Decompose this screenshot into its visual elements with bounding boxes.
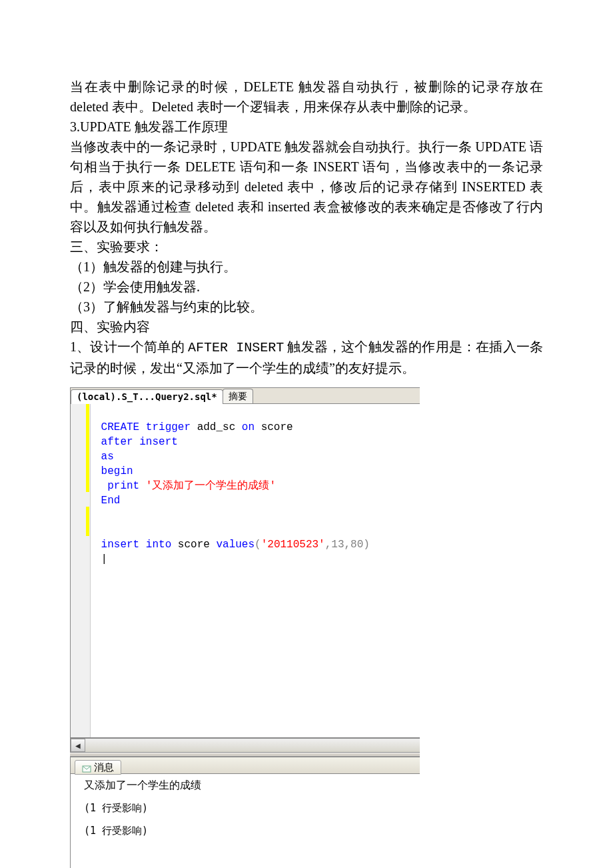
code-line: End xyxy=(95,495,120,507)
message-output: 又添加了一个学生的成绩 xyxy=(84,777,416,794)
paren: ) xyxy=(363,539,370,551)
messages-icon xyxy=(82,763,91,772)
document-body: 当在表中删除记录的时候，DELETE 触发器自动执行，被删除的记录存放在 del… xyxy=(70,77,543,378)
text: 1、设计一个简单的 xyxy=(70,339,188,354)
paragraph: 当在表中删除记录的时候，DELETE 触发器自动执行，被删除的记录存放在 del… xyxy=(70,77,543,117)
cursor-line: | xyxy=(95,553,107,565)
list-item: （3）了解触发器与约束的比较。 xyxy=(70,297,543,317)
line-gutter xyxy=(71,404,91,737)
code-line: begin xyxy=(95,465,133,477)
code-line: print '又添加了一个学生的成绩' xyxy=(95,480,276,492)
keyword: begin xyxy=(101,465,133,477)
code-line: insert into score values('20110523',13,8… xyxy=(95,539,370,551)
code-line: after insert xyxy=(95,436,178,448)
horizontal-scrollbar[interactable]: ◀ xyxy=(70,738,420,753)
code-inline: AFTER INSERT xyxy=(188,340,284,355)
list-item: （1）触发器的创建与执行。 xyxy=(70,257,543,277)
keyword: into xyxy=(146,539,171,551)
text: score xyxy=(255,421,293,433)
keyword: CREATE xyxy=(101,421,140,433)
string-literal: '又添加了一个学生的成绩' xyxy=(146,480,276,492)
paragraph: 1、设计一个简单的 AFTER INSERT 触发器，这个触发器的作用是：在插入… xyxy=(70,337,543,378)
scroll-left-icon[interactable]: ◀ xyxy=(71,739,85,752)
code-line xyxy=(95,524,101,536)
keyword: End xyxy=(101,495,121,507)
list-item: （2）学会使用触发器. xyxy=(70,277,543,297)
tab-messages-label: 消息 xyxy=(94,760,114,775)
heading-update-principle: 3.UPDATE 触发器工作原理 xyxy=(70,117,543,137)
code-editor[interactable]: CREATE trigger add_sc on score after ins… xyxy=(71,404,420,737)
heading-requirements: 三、实验要求： xyxy=(70,237,543,257)
rows-affected: (1 行受影响) xyxy=(84,799,416,817)
messages-pane[interactable]: 又添加了一个学生的成绩 (1 行受影响) (1 行受影响) xyxy=(70,774,420,868)
keyword: on xyxy=(242,421,255,433)
keyword: insert xyxy=(133,436,178,448)
code-line: CREATE trigger add_sc on score xyxy=(95,421,293,433)
keyword: values xyxy=(216,539,255,551)
paren: ( xyxy=(255,539,261,551)
keyword: insert xyxy=(101,539,140,551)
text: ,13,80 xyxy=(325,539,364,551)
editor-tab-strip: (local).S_T...Query2.sql* 摘要 xyxy=(71,388,420,404)
change-marker xyxy=(86,404,89,492)
code-line: as xyxy=(95,451,114,463)
paragraph: 当修改表中的一条记录时，UPDATE 触发器就会自动执行。执行一条 UPDATE… xyxy=(70,137,543,237)
tab-messages[interactable]: 消息 xyxy=(75,760,121,775)
heading-content: 四、实验内容 xyxy=(70,317,543,337)
string-literal: '20110523' xyxy=(261,539,325,551)
code-line xyxy=(95,509,101,521)
code-content: CREATE trigger add_sc on score after ins… xyxy=(91,404,374,737)
ide-screenshot: (local).S_T...Query2.sql* 摘要 CREATE trig… xyxy=(70,387,420,868)
text: score xyxy=(171,539,216,551)
tab-query[interactable]: (local).S_T...Query2.sql* xyxy=(71,389,223,404)
keyword: trigger xyxy=(146,421,191,433)
keyword: after xyxy=(101,436,133,448)
keyword: print xyxy=(107,480,139,492)
rows-affected: (1 行受影响) xyxy=(84,822,416,839)
keyword: as xyxy=(101,451,114,463)
change-marker xyxy=(86,507,89,536)
text: add_sc xyxy=(191,421,242,433)
results-tab-strip: 消息 xyxy=(70,757,420,774)
tab-summary[interactable]: 摘要 xyxy=(223,389,253,403)
